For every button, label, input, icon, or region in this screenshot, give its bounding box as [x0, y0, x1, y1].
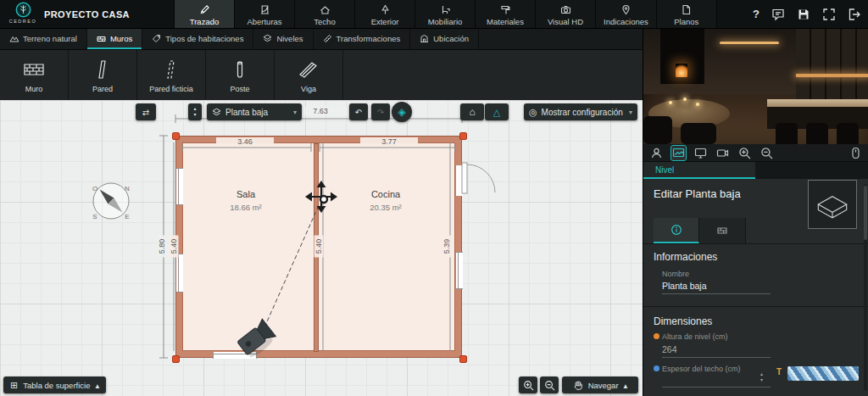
- tool-label: Viga: [301, 85, 316, 93]
- hand-icon: [573, 380, 583, 390]
- tab-visual-hd[interactable]: Visual HD: [536, 0, 596, 28]
- tab-nivel[interactable]: Nivel: [643, 162, 755, 179]
- user-view-button[interactable]: [649, 146, 664, 160]
- chevron-up-icon: ▴: [624, 381, 628, 390]
- level-stepper[interactable]: ▴ ▾: [188, 103, 202, 120]
- panel-scrollbar[interactable]: [864, 184, 867, 391]
- subtab-tipos-habitaciones[interactable]: Tipos de habitaciones: [142, 28, 253, 49]
- tool-pared-ficticia[interactable]: Pared ficticia: [137, 50, 206, 101]
- help-button[interactable]: ?: [753, 8, 760, 20]
- tab-planos[interactable]: Planos: [657, 0, 717, 28]
- roof-view-button[interactable]: ⌂: [460, 103, 484, 120]
- redo-button[interactable]: ↷: [371, 103, 390, 120]
- level-3d-button[interactable]: [808, 180, 857, 229]
- tool-poste[interactable]: Poste: [206, 50, 275, 101]
- window-left-1[interactable]: [176, 168, 183, 205]
- floorplan-canvas[interactable]: N O S E 7.63 3.46: [0, 100, 643, 396]
- video-camera-icon: [716, 147, 729, 159]
- show-config-button[interactable]: ◎ Mostrar configuración ▾: [524, 103, 637, 120]
- triangle-view-button[interactable]: △: [485, 103, 509, 120]
- trazado-subtabs: Terreno natural Muros Tipos de habitacio…: [0, 28, 643, 50]
- project-title: PROYECTO CASA: [44, 0, 130, 28]
- scene-shelf-light: [720, 42, 779, 44]
- tab-materiales[interactable]: Materiales: [476, 0, 536, 28]
- monitor-icon: [694, 147, 707, 159]
- corner-handle[interactable]: [459, 355, 467, 363]
- tab-aberturas[interactable]: Aberturas: [235, 0, 295, 28]
- fullscreen-button[interactable]: [822, 8, 836, 21]
- dim-label-top-right: 3.77: [360, 137, 418, 146]
- config-icon: ◎: [529, 107, 537, 118]
- monitor-view-button[interactable]: [693, 146, 708, 160]
- pencil-icon: [199, 4, 210, 15]
- undo-icon: ↶: [355, 108, 362, 117]
- room-name: Cocina: [348, 189, 424, 199]
- render-preview[interactable]: [643, 28, 868, 144]
- tool-muro[interactable]: Muro: [0, 50, 69, 101]
- mouse-controls-button[interactable]: [849, 146, 863, 160]
- compass-n: N: [125, 185, 130, 192]
- subtab-niveles[interactable]: Niveles: [253, 28, 313, 49]
- snapshot-button[interactable]: [671, 146, 686, 160]
- tool-pared[interactable]: Pared: [69, 50, 137, 101]
- mountains-icon: [9, 34, 19, 43]
- swap-level-button[interactable]: ⇄: [136, 103, 156, 120]
- tool-label: Pared ficticia: [149, 85, 193, 93]
- corner-handle[interactable]: [459, 132, 467, 140]
- tab-indicaciones[interactable]: Indicaciones: [596, 0, 657, 28]
- name-field[interactable]: Planta baja: [662, 281, 707, 291]
- tab-muros-nivel[interactable]: [699, 218, 746, 243]
- mouse-icon: [849, 147, 862, 159]
- tab-informaciones[interactable]: [654, 218, 699, 243]
- ceiling-stepper[interactable]: ▴ ▾: [760, 371, 763, 383]
- chat-button[interactable]: [771, 8, 785, 21]
- app-logo[interactable]: CEDREO: [6, 2, 40, 24]
- dim-label-top-left: 3.46: [216, 137, 274, 146]
- subtab-label: Muros: [110, 34, 132, 43]
- surface-table-button[interactable]: ⊞ Tabla de superficie ▴: [3, 376, 106, 393]
- zoom-in-button[interactable]: [519, 376, 537, 393]
- scrollbar-thumb[interactable]: [864, 186, 867, 240]
- building-icon: [420, 34, 429, 43]
- save-button[interactable]: [797, 8, 810, 21]
- corner-handle[interactable]: [172, 132, 180, 140]
- room-area: 20.35 m²: [348, 203, 424, 212]
- camera-view-button[interactable]: [715, 146, 730, 160]
- zoom-out-button[interactable]: [540, 376, 559, 393]
- tab-label: Materiales: [487, 17, 524, 26]
- window-right[interactable]: [456, 252, 463, 289]
- navigate-button[interactable]: Navegar ▴: [562, 376, 638, 393]
- subtab-ubicacion[interactable]: Ubicación: [410, 28, 479, 49]
- preview-zoom-out-button[interactable]: [760, 146, 774, 160]
- right-panel: Nivel Editar Planta baja Informaciones N…: [643, 28, 868, 396]
- corner-handle[interactable]: [172, 355, 180, 363]
- dashed-wall-icon: [160, 59, 182, 81]
- tab-trazado[interactable]: Trazado: [174, 0, 235, 28]
- level-selector[interactable]: Planta baja ▾: [207, 103, 302, 120]
- door-icon: [259, 4, 270, 15]
- tool-label: Poste: [230, 85, 249, 93]
- undo-button[interactable]: ↶: [349, 103, 368, 120]
- level-height-field[interactable]: 264: [662, 344, 677, 354]
- scene-stool: [776, 123, 798, 144]
- chevron-down-icon: ▾: [293, 109, 297, 116]
- subtab-muros[interactable]: Muros: [87, 28, 142, 49]
- step-up-icon: ▴: [760, 371, 763, 377]
- tab-mobiliario[interactable]: Mobiliario: [415, 0, 476, 28]
- tool-viga[interactable]: Viga: [275, 50, 343, 101]
- door-leaf[interactable]: [462, 163, 495, 193]
- panel-tabs: [654, 218, 746, 243]
- subtab-terreno-natural[interactable]: Terreno natural: [0, 28, 87, 49]
- tab-exterior[interactable]: Exterior: [355, 0, 415, 28]
- tab-techo[interactable]: Techo: [295, 0, 355, 28]
- tool-label: Muro: [25, 85, 43, 93]
- paint-mode-button[interactable]: ◈: [392, 102, 412, 122]
- ceiling-thickness-label: Espesor del techo (cm): [662, 365, 741, 373]
- preview-zoom-in-button[interactable]: [737, 146, 752, 160]
- roof-icon: ⌂: [469, 106, 475, 118]
- window-left-2[interactable]: [176, 254, 183, 293]
- texture-swatch[interactable]: [787, 366, 859, 381]
- scene-candle: [683, 98, 687, 101]
- exit-button[interactable]: [848, 8, 861, 21]
- subtab-transformaciones[interactable]: Transformaciones: [314, 28, 411, 49]
